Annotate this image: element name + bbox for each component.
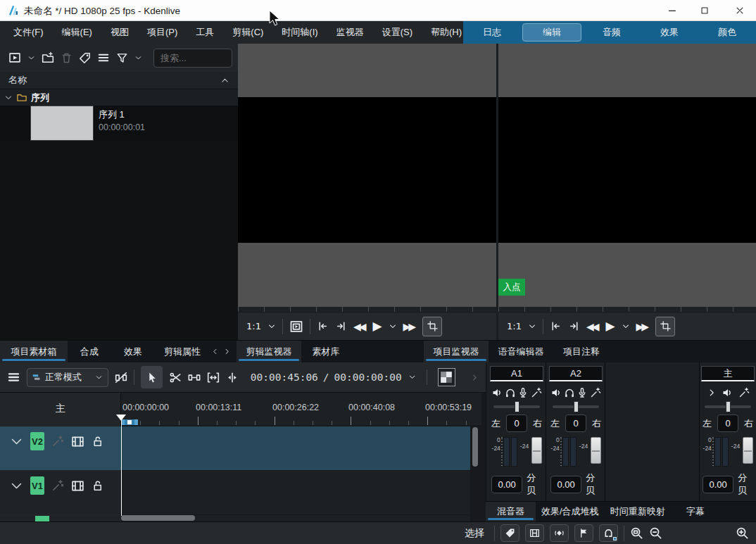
gain-value-box[interactable]: 0.00	[550, 476, 581, 493]
workspace-tab-editing[interactable]: 编辑	[522, 23, 581, 42]
tab-effect-stack[interactable]: 效果/合成堆栈	[536, 502, 605, 521]
clip-monitor-seekbar[interactable]	[238, 307, 496, 312]
timeline-menu-icon[interactable]	[7, 370, 20, 384]
zone-out-icon[interactable]	[335, 320, 347, 332]
show-effects-icon[interactable]	[738, 387, 750, 398]
clip-monitor-video[interactable]	[238, 97, 496, 243]
collapse-header-icon[interactable]	[220, 76, 229, 85]
ripple-tool-icon[interactable]	[226, 371, 239, 384]
add-clip-icon[interactable]	[8, 51, 21, 64]
spacer-tool-icon[interactable]	[188, 371, 201, 384]
show-effects-icon[interactable]	[531, 387, 542, 398]
menu-tool[interactable]: 工具	[187, 21, 223, 44]
monitor-overlay-icon[interactable]	[289, 320, 303, 334]
pan-slider-handle[interactable]	[515, 401, 519, 412]
pan-value-box[interactable]: 0	[565, 415, 586, 432]
track-select-button[interactable]: 主	[701, 366, 755, 381]
master-track-button[interactable]: 主	[0, 403, 121, 415]
mute-icon[interactable]	[722, 387, 733, 398]
tab-speech-editor[interactable]: 语音编辑器	[489, 341, 553, 362]
new-folder-icon[interactable]	[42, 51, 54, 64]
minimize-button[interactable]	[656, 0, 688, 21]
timeline-ruler[interactable]: 00:00:00:00 00:00:13:11 00:00:26:22 00:0…	[121, 393, 481, 425]
rewind-icon[interactable]: ◀◀	[353, 322, 367, 331]
track-v2-body[interactable]	[121, 426, 470, 470]
tag-icon[interactable]	[79, 52, 91, 64]
record-mic-icon[interactable]	[577, 387, 588, 398]
search-input[interactable]	[153, 49, 232, 68]
audio-thumbnails-toggle[interactable]	[550, 524, 569, 542]
play-chevron-icon[interactable]	[622, 322, 630, 331]
track-thumbnails-icon[interactable]	[71, 435, 84, 448]
tab-library[interactable]: 素材库	[301, 341, 351, 362]
bin-name-header[interactable]: 名称	[0, 72, 238, 89]
pan-slider[interactable]	[553, 405, 599, 408]
project-monitor-seekbar[interactable]	[498, 307, 756, 312]
workspace-tab-audio[interactable]: 音频	[583, 21, 641, 44]
fit-zone-icon[interactable]	[207, 371, 220, 384]
mute-icon[interactable]	[550, 387, 562, 398]
menu-clip[interactable]: 剪辑(C)	[223, 21, 272, 44]
bin-clip-row[interactable]: 序列 1 00:00:00:01	[0, 106, 238, 141]
track-thumbnails-icon[interactable]	[71, 479, 84, 493]
solo-headphones-icon[interactable]	[505, 387, 516, 398]
monitor-zoom-label[interactable]: 1:1	[246, 322, 261, 331]
filter-chevron-icon[interactable]	[134, 54, 142, 62]
timecode-display[interactable]: 00:00:45:06 / 00:00:00:00	[251, 372, 402, 383]
track-lock-icon[interactable]	[92, 480, 103, 492]
workspace-tab-logging[interactable]: 日志	[463, 21, 521, 44]
tab-effects[interactable]: 效果	[111, 341, 155, 362]
snap-toggle[interactable]	[599, 524, 618, 542]
select-tool-button[interactable]	[141, 366, 162, 388]
track-effects-icon[interactable]	[51, 479, 64, 492]
volume-fader[interactable]	[591, 437, 601, 464]
track-v1-badge[interactable]: V1	[30, 476, 44, 495]
play-chevron-icon[interactable]	[389, 322, 397, 331]
timecode-chevron-icon[interactable]	[408, 373, 416, 381]
tab-project-notes[interactable]: 项目注释	[553, 341, 610, 362]
pan-slider[interactable]	[705, 405, 751, 408]
filter-icon[interactable]	[116, 52, 128, 64]
tab-project-bin[interactable]: 项目素材箱	[0, 341, 68, 362]
show-tags-toggle[interactable]	[500, 524, 519, 542]
workspace-tab-color[interactable]: 颜色	[698, 21, 756, 44]
menu-project[interactable]: 项目(P)	[138, 21, 187, 44]
tab-subtitles[interactable]: 字幕	[676, 502, 714, 521]
volume-fader[interactable]	[743, 437, 753, 464]
zone-mode-button[interactable]	[422, 317, 442, 336]
close-button[interactable]	[724, 0, 756, 21]
zone-in-icon[interactable]	[550, 320, 562, 332]
pan-slider-handle[interactable]	[574, 401, 579, 412]
fast-forward-icon[interactable]: ▶▶	[636, 322, 650, 331]
track-lock-icon[interactable]	[92, 436, 103, 448]
track-collapse-icon[interactable]	[10, 479, 23, 493]
rewind-icon[interactable]: ◀◀	[586, 322, 600, 331]
menu-view[interactable]: 视图	[101, 21, 138, 44]
fast-forward-icon[interactable]: ▶▶	[403, 322, 417, 331]
collapse-mixer-icon[interactable]	[707, 388, 717, 398]
bin-folder-row[interactable]: 序列	[0, 89, 238, 106]
pan-value-box[interactable]: 0	[506, 415, 527, 432]
track-v1-body[interactable]	[121, 471, 470, 514]
gain-value-box[interactable]: 0.00	[703, 476, 733, 493]
tab-clip-monitor[interactable]: 剪辑监视器	[237, 341, 301, 362]
pan-value-box[interactable]: 0	[717, 415, 738, 432]
zoom-out-icon[interactable]	[649, 526, 662, 540]
zoom-fit-icon[interactable]	[630, 526, 643, 540]
menu-file[interactable]: 文件(F)	[4, 21, 53, 44]
pan-slider[interactable]	[493, 405, 540, 408]
track-select-button[interactable]: A2	[549, 366, 603, 381]
gain-value-box[interactable]: 0.00	[491, 476, 522, 493]
tab-time-remap[interactable]: 时间重新映射	[605, 502, 671, 521]
zoom-in-icon[interactable]	[736, 526, 749, 540]
mute-icon[interactable]	[491, 387, 503, 398]
mix-clips-icon[interactable]	[115, 371, 127, 384]
track-effects-icon[interactable]	[51, 435, 64, 448]
zone-in-icon[interactable]	[317, 320, 329, 332]
track-collapse-icon[interactable]	[10, 435, 23, 448]
show-effects-icon[interactable]	[590, 387, 601, 398]
project-monitor-video[interactable]	[498, 97, 756, 243]
menu-edit[interactable]: 编辑(E)	[53, 21, 101, 44]
add-clip-chevron-icon[interactable]	[27, 54, 35, 62]
track-select-button[interactable]: A1	[490, 366, 543, 381]
